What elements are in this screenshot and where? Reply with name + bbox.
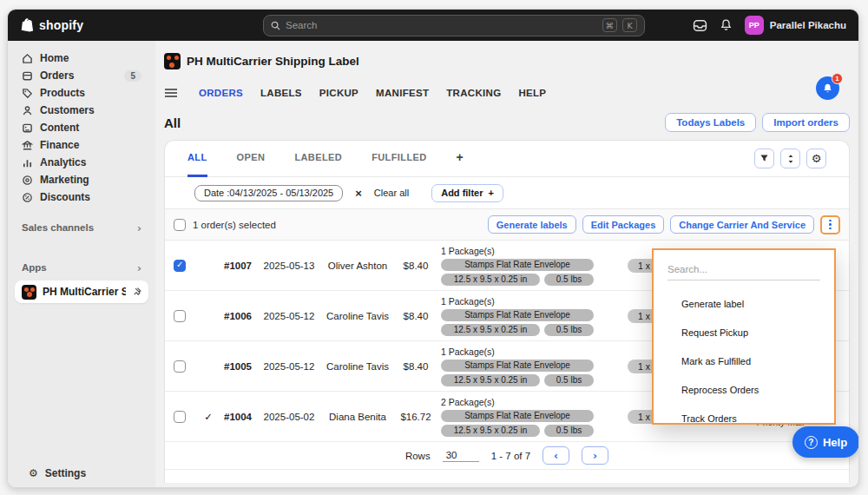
- app-notifications-bell[interactable]: 1: [816, 76, 839, 100]
- plus-icon: +: [488, 188, 493, 198]
- content-icon: [22, 122, 33, 134]
- app-title: PH MultiCarrier Shipping Label: [187, 55, 359, 68]
- question-mark-icon: ?: [805, 436, 818, 449]
- products-tag-icon: [22, 88, 33, 99]
- weight-chip: 0.5 lbs: [544, 425, 594, 437]
- sidebar-item-ph-multicarrier-app[interactable]: PH MultiCarrier Shipp...: [15, 280, 148, 303]
- order-id-link[interactable]: #1004: [217, 412, 259, 422]
- order-id-link[interactable]: #1006: [217, 311, 259, 321]
- tab-labeled[interactable]: LABELED: [294, 141, 342, 177]
- search-input[interactable]: [286, 20, 597, 30]
- next-page-button[interactable]: ›: [582, 446, 608, 465]
- menu-item-request-pickup[interactable]: Request Pickup: [667, 327, 820, 338]
- row-checkbox[interactable]: [174, 411, 186, 423]
- inbox-icon[interactable]: [693, 18, 707, 33]
- nav-tab-tracking[interactable]: TRACKING: [446, 88, 501, 98]
- cmd-key: ⌘: [602, 18, 618, 32]
- order-id-link[interactable]: #1005: [217, 361, 259, 372]
- nav-tab-labels[interactable]: LABELS: [260, 88, 302, 98]
- sidebar-item-analytics[interactable]: Analytics: [15, 154, 148, 171]
- nav-tab-pickup[interactable]: PICKUP: [319, 88, 358, 98]
- chevron-right-icon: ›: [137, 261, 141, 274]
- menu-item-reprocess-orders[interactable]: Reprocess Orders: [667, 385, 820, 395]
- package-type-chip: Stamps Flat Rate Envelope: [441, 309, 594, 321]
- sidebar-item-products[interactable]: Products: [15, 84, 148, 102]
- order-total: $16.72: [396, 412, 436, 422]
- row-checkbox[interactable]: [174, 360, 186, 373]
- sidebar-item-discounts[interactable]: Discounts: [15, 188, 148, 206]
- row-checkbox[interactable]: [174, 260, 186, 272]
- tab-fulfilled[interactable]: FULFILLED: [372, 141, 426, 177]
- shopify-logo[interactable]: shopify: [20, 18, 263, 33]
- edit-packages-button[interactable]: Edit Packages: [582, 215, 665, 234]
- row-checkbox[interactable]: [174, 310, 186, 322]
- sidebar-item-content[interactable]: Content: [15, 119, 148, 136]
- marketing-icon: [22, 175, 33, 186]
- order-date: 2025-05-13: [259, 261, 319, 271]
- rows-per-page-input[interactable]: 30: [443, 450, 479, 462]
- weight-chip: 0.5 lbs: [544, 374, 594, 386]
- app-nav: ORDERS LABELS PICKUP MANIFEST TRACKING H…: [164, 82, 850, 104]
- add-filter-button[interactable]: Add filter +: [431, 184, 503, 202]
- change-carrier-button[interactable]: Change Carrier And Service: [670, 215, 814, 234]
- filter-button[interactable]: [754, 148, 774, 168]
- menu-hamburger-icon[interactable]: [164, 87, 178, 99]
- todays-labels-button[interactable]: Todays Labels: [665, 113, 756, 132]
- sidebar-section-sales-channels[interactable]: Sales channels ›: [8, 220, 155, 235]
- package-type-chip: Stamps Flat Rate Envelope: [441, 360, 594, 372]
- menu-item-generate-label[interactable]: Generate label: [667, 299, 820, 309]
- import-orders-button[interactable]: Import orders: [762, 113, 850, 132]
- k-key: K: [622, 18, 637, 32]
- remove-date-filter-icon[interactable]: ×: [355, 188, 362, 199]
- sidebar: Home Orders 5 Products Customers Content: [8, 41, 155, 488]
- prev-page-button[interactable]: ‹: [542, 446, 569, 465]
- menu-item-track-orders[interactable]: Track Orders: [667, 413, 820, 424]
- tab-all[interactable]: ALL: [187, 141, 207, 177]
- help-button[interactable]: ? Help: [792, 426, 859, 458]
- user-menu[interactable]: PP Parallel Pikachu: [745, 16, 846, 35]
- sidebar-section-apps[interactable]: Apps ›: [8, 260, 155, 275]
- brand-name: shopify: [39, 18, 83, 32]
- nav-tab-manifest[interactable]: MANIFEST: [376, 88, 429, 98]
- sort-button[interactable]: [780, 148, 800, 168]
- sidebar-item-finance[interactable]: Finance: [15, 136, 148, 154]
- order-date: 2025-05-12: [259, 361, 319, 372]
- add-tab-button[interactable]: +: [457, 141, 464, 177]
- sidebar-item-marketing[interactable]: Marketing: [15, 171, 148, 188]
- sidebar-item-settings[interactable]: ⚙ Settings: [22, 465, 141, 482]
- customers-icon: [22, 105, 33, 116]
- orders-count-badge: 5: [124, 70, 141, 82]
- notifications-bell-icon[interactable]: [720, 18, 733, 32]
- customer-name: Diana Benita: [319, 412, 396, 422]
- sidebar-item-home[interactable]: Home: [15, 50, 148, 67]
- date-filter-chip[interactable]: Date :04/13/2025 - 05/13/2025: [194, 185, 343, 201]
- more-actions-kebab-button[interactable]: [820, 215, 840, 234]
- analytics-bars-icon: [22, 157, 33, 168]
- bulk-action-bar: 1 order(s) selected Generate labels Edit…: [165, 209, 849, 241]
- order-date: 2025-05-12: [259, 311, 319, 321]
- pagination: Rows 30 1 - 7 of 7 ‹ ›: [165, 442, 849, 470]
- select-all-checkbox[interactable]: [174, 219, 186, 231]
- discounts-icon: [22, 192, 33, 203]
- order-total: $8.40: [396, 261, 436, 271]
- generate-labels-button[interactable]: Generate labels: [488, 215, 576, 234]
- home-icon: [22, 53, 33, 64]
- pin-icon[interactable]: [132, 287, 141, 297]
- menu-item-mark-as-fulfilled[interactable]: Mark as Fulfilled: [667, 356, 820, 366]
- clear-all-button[interactable]: Clear all: [374, 188, 409, 198]
- customer-name: Caroline Tavis: [319, 311, 396, 321]
- user-name: Parallel Pikachu: [770, 20, 846, 30]
- package-type-chip: Stamps Flat Rate Envelope: [441, 410, 594, 422]
- dimensions-chip: 12.5 x 9.5 x 0.25 in: [441, 324, 540, 336]
- order-date: 2025-05-02: [259, 412, 319, 422]
- dropdown-search-input[interactable]: [667, 262, 820, 280]
- filter-bar: Date :04/13/2025 - 05/13/2025 × Clear al…: [165, 177, 849, 209]
- global-search[interactable]: ⌘ K: [263, 15, 645, 36]
- nav-tab-help[interactable]: HELP: [518, 88, 546, 98]
- sidebar-item-customers[interactable]: Customers: [15, 102, 148, 119]
- order-id-link[interactable]: #1007: [217, 261, 259, 271]
- settings-button[interactable]: ⚙: [806, 148, 826, 168]
- tab-open[interactable]: OPEN: [237, 141, 266, 177]
- sidebar-item-orders[interactable]: Orders 5: [15, 67, 148, 84]
- nav-tab-orders[interactable]: ORDERS: [199, 88, 243, 98]
